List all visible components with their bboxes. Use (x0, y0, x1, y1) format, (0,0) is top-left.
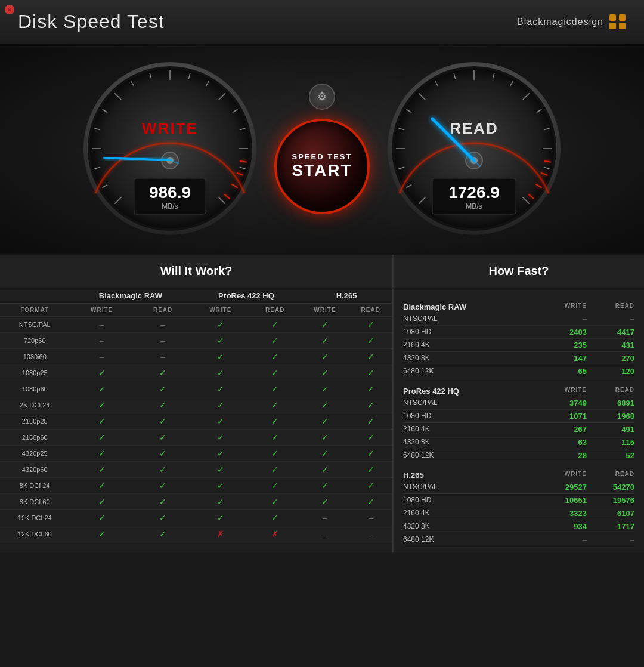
symbol-cell: ✓ (301, 430, 349, 446)
symbol-cell: ✓ (134, 430, 192, 446)
hf-read-value: – (587, 535, 634, 544)
svg-text:READ: READ (450, 119, 499, 137)
symbol-cell: ✓ (191, 349, 249, 365)
write-gauge-container: WRITE 986.9 MB/s (78, 62, 262, 235)
table-row: 12K DCI 60✓✓✗✗–– (0, 526, 392, 542)
hf-format: 4320 8K (403, 522, 539, 531)
symbol-cell: ✓ (69, 510, 134, 526)
data-section: Will It Work? Blackmagic RAW ProRes 422 … (0, 255, 644, 552)
table-row: 1080p60✓✓✓✓✓✓ (0, 381, 392, 397)
symbol-cell: ✓ (249, 478, 301, 494)
start-button[interactable]: SPEED TEST START (274, 119, 370, 214)
brand-icon-cell-2 (619, 14, 626, 21)
symbol-cell: ✓ (301, 478, 349, 494)
table-row: NTSC/PAL––✓✓✓✓ (0, 317, 392, 333)
gear-button[interactable]: ⚙ (309, 84, 335, 110)
symbol-cell: ✓ (349, 381, 392, 397)
hf-write-value: 2403 (539, 328, 587, 336)
hf-group-name: H.265 (403, 471, 539, 480)
hf-data-row: 2160 4K 3323 6107 (403, 507, 634, 520)
hf-group-name: ProRes 422 HQ (403, 387, 539, 396)
subhead-h265-w: WRITE (301, 304, 349, 317)
hf-data-row: NTSC/PAL – – (403, 313, 634, 326)
symbol-cell: ✓ (349, 430, 392, 446)
symbol-cell: ✓ (349, 494, 392, 510)
hf-format: 4320 8K (403, 438, 539, 447)
how-fast-content: Blackmagic RAW WRITE READ NTSC/PAL – – 1… (394, 288, 644, 552)
symbol-cell: ✓ (349, 413, 392, 430)
col-bmraw: Blackmagic RAW (69, 288, 191, 304)
table-row: 4320p25✓✓✓✓✓✓ (0, 446, 392, 462)
symbol-cell: ✓ (349, 462, 392, 478)
table-row: 720p60––✓✓✓✓ (0, 333, 392, 349)
symbol-cell: ✓ (349, 333, 392, 349)
subhead-prores-r: READ (249, 304, 301, 317)
symbol-cell: ✓ (134, 413, 192, 430)
svg-text:MB/s: MB/s (162, 202, 178, 211)
symbol-cell: ✓ (134, 365, 192, 381)
symbol-cell: ✓ (249, 349, 301, 365)
how-fast-header: How Fast? (394, 255, 644, 288)
symbol-cell: ✓ (249, 397, 301, 413)
hf-data-row: 1080 HD 10651 19576 (403, 494, 634, 507)
symbol-cell: ✓ (134, 494, 192, 510)
hf-format: NTSC/PAL (403, 314, 539, 323)
hf-format: NTSC/PAL (403, 483, 539, 492)
hf-data-row: 6480 12K 65 120 (403, 365, 634, 378)
format-cell: 2K DCI 24 (0, 397, 69, 413)
hf-write-value: 3323 (539, 509, 587, 518)
symbol-cell: – (301, 526, 349, 542)
hf-write-value: 3749 (539, 399, 587, 407)
subhead-bmraw-r: READ (134, 304, 192, 317)
hf-write-value: 267 (539, 425, 587, 434)
center-controls: ⚙ SPEED TEST START (274, 84, 370, 214)
symbol-cell: ✓ (301, 317, 349, 333)
hf-format: 1080 HD (403, 328, 539, 336)
symbol-cell: ✓ (349, 397, 392, 413)
symbol-cell: ✓ (191, 333, 249, 349)
hf-read-value: 120 (587, 367, 634, 376)
symbol-cell: – (301, 510, 349, 526)
hf-write-value: – (539, 314, 587, 323)
hf-group-name: Blackmagic RAW (403, 302, 539, 311)
brand-icon-cell-1 (609, 14, 616, 21)
hf-read-value: 54270 (587, 483, 634, 492)
hf-data-row: 2160 4K 235 431 (403, 339, 634, 352)
symbol-cell: ✓ (349, 317, 392, 333)
symbol-cell: ✓ (301, 397, 349, 413)
close-button[interactable]: × (5, 5, 14, 14)
hf-format: 2160 4K (403, 341, 539, 350)
symbol-cell: – (69, 317, 134, 333)
brand-icon (609, 14, 626, 29)
table-row: 2160p60✓✓✓✓✓✓ (0, 430, 392, 446)
svg-text:1726.9: 1726.9 (448, 183, 500, 202)
symbol-cell: ✓ (301, 349, 349, 365)
symbol-cell: ✓ (134, 462, 192, 478)
format-cell: NTSC/PAL (0, 317, 69, 333)
symbol-cell: ✓ (191, 494, 249, 510)
symbol-cell: ✗ (249, 526, 301, 542)
hf-read-value: 52 (587, 451, 634, 460)
symbol-cell: ✓ (69, 494, 134, 510)
symbol-cell: ✓ (191, 381, 249, 397)
brand-area: Blackmagicdesign (517, 14, 626, 29)
hf-write-value: 63 (539, 438, 587, 447)
hf-data-row: 1080 HD 1071 1968 (403, 410, 634, 423)
symbol-cell: ✓ (301, 365, 349, 381)
hf-write-value: 1071 (539, 412, 587, 421)
hf-read-value: 6891 (587, 399, 634, 407)
hf-col-write-label: WRITE (539, 387, 587, 396)
hf-write-value: 235 (539, 341, 587, 350)
brand-icon-cell-4 (619, 23, 626, 29)
symbol-cell: – (69, 333, 134, 349)
format-cell: 12K DCI 24 (0, 510, 69, 526)
symbol-cell: ✓ (249, 430, 301, 446)
symbol-cell: – (349, 510, 392, 526)
format-cell: 2160p60 (0, 430, 69, 446)
hf-format: NTSC/PAL (403, 399, 539, 407)
write-gauge-svg: WRITE 986.9 MB/s (78, 62, 262, 235)
symbol-cell: ✓ (134, 446, 192, 462)
symbol-cell: ✓ (69, 430, 134, 446)
symbol-cell: ✓ (301, 381, 349, 397)
hf-write-value: 10651 (539, 496, 587, 505)
